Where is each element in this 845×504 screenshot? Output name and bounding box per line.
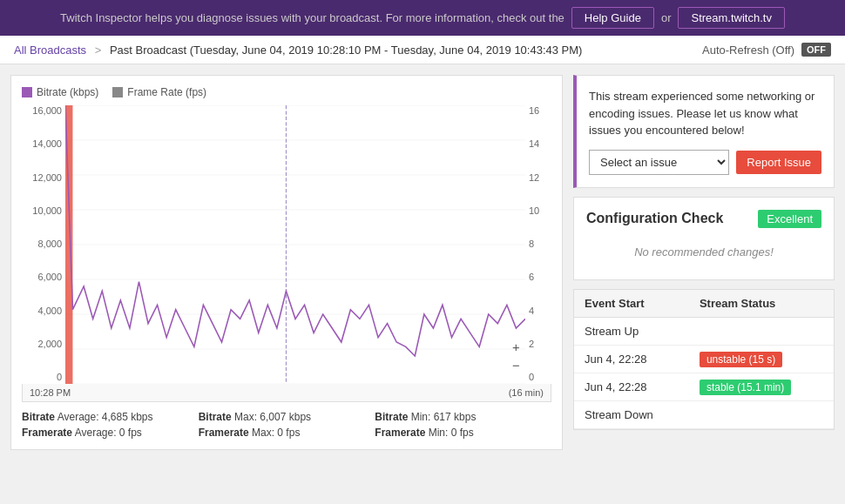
bitrate-legend-color [22, 87, 32, 97]
stream-status-cell: unstable (15 s) [689, 345, 834, 373]
banner-or: or [661, 11, 672, 24]
right-panel: This stream experienced some networking … [573, 75, 835, 450]
chart-legend: Bitrate (kbps) Frame Rate (fps) [22, 86, 551, 98]
help-guide-button[interactable]: Help Guide [571, 7, 654, 29]
top-banner: Twitch Inspector helps you diagnose issu… [0, 0, 845, 36]
svg-text:−: − [512, 359, 520, 373]
issue-select[interactable]: Select an issue Audio issues Video issue… [589, 150, 729, 175]
events-table-header-row: Event Start Stream Status [574, 290, 834, 318]
events-box: Event Start Stream Status Stream UpJun 4… [573, 289, 835, 430]
bitrate-max-stat: Bitrate Max: 6,007 kbps [199, 411, 375, 423]
status-badge: stable (15.1 min) [700, 380, 791, 395]
event-start-cell: Stream Down [574, 400, 689, 428]
event-start-cell: Stream Up [574, 317, 689, 345]
current-page-label: Past Broadcast (Tuesday, June 04, 2019 1… [110, 44, 582, 57]
main-content: Bitrate (kbps) Frame Rate (fps) 16,000 1… [0, 64, 845, 460]
y-axis-left: 16,000 14,000 12,000 10,000 8,000 6,000 … [22, 105, 65, 384]
svg-text:+: + [512, 340, 520, 354]
event-start-cell: Jun 4, 22:28 [574, 345, 689, 373]
breadcrumb-row: All Broadcasts > Past Broadcast (Tuesday… [0, 36, 845, 64]
chart-area: 16,000 14,000 12,000 10,000 8,000 6,000 … [22, 105, 551, 384]
stream-status-cell: stable (15.1 min) [689, 373, 834, 400]
framerate-max-stat: Framerate Max: 0 fps [199, 427, 375, 439]
auto-refresh-toggle[interactable]: OFF [801, 43, 831, 57]
framerate-min-stat: Framerate Min: 0 fps [375, 427, 551, 439]
framerate-avg-stat: Framerate Average: 0 fps [22, 427, 199, 439]
table-row: Stream Down [574, 400, 834, 428]
chart-stats: Bitrate Average: 4,685 kbps Bitrate Max:… [22, 411, 551, 439]
table-row: Jun 4, 22:28stable (15.1 min) [574, 373, 834, 400]
status-badge: unstable (15 s) [700, 352, 782, 367]
chart-time-bar: 10:28 PM (16 min) [22, 384, 551, 402]
bitrate-legend: Bitrate (kbps) [22, 86, 98, 98]
time-duration: (16 min) [509, 387, 544, 398]
config-header: Configuration Check Excellent [586, 210, 821, 228]
events-table: Event Start Stream Status Stream UpJun 4… [574, 290, 834, 429]
breadcrumb-separator: > [95, 44, 102, 57]
table-row: Jun 4, 22:28unstable (15 s) [574, 345, 834, 373]
chart-svg: + − [65, 105, 525, 384]
breadcrumb: All Broadcasts > Past Broadcast (Tuesday… [14, 44, 582, 57]
y-axis-right: 16 14 12 10 8 6 4 2 0 [525, 105, 551, 384]
bitrate-avg-stat: Bitrate Average: 4,685 kbps [22, 411, 199, 423]
bitrate-legend-label: Bitrate (kbps) [37, 86, 98, 98]
stream-tv-button[interactable]: Stream.twitch.tv [678, 7, 784, 29]
config-title: Configuration Check [586, 211, 723, 226]
config-badge: Excellent [758, 210, 821, 228]
banner-text: Twitch Inspector helps you diagnose issu… [60, 11, 564, 24]
bitrate-min-stat: Bitrate Min: 617 kbps [375, 411, 551, 423]
auto-refresh-control: Auto-Refresh (Off) OFF [702, 43, 831, 57]
chart-panel: Bitrate (kbps) Frame Rate (fps) 16,000 1… [10, 75, 563, 450]
auto-refresh-label: Auto-Refresh (Off) [702, 44, 794, 57]
col-event-start: Event Start [574, 290, 689, 318]
issue-controls: Select an issue Audio issues Video issue… [589, 150, 821, 175]
time-start: 10:28 PM [30, 387, 71, 398]
table-row: Stream Up [574, 317, 834, 345]
framerate-legend-color [112, 87, 123, 97]
config-box: Configuration Check Excellent No recomme… [573, 197, 835, 280]
issue-description: This stream experienced some networking … [589, 88, 821, 139]
stream-status-cell [689, 400, 834, 428]
issue-box: This stream experienced some networking … [573, 75, 835, 188]
col-stream-status: Stream Status [689, 290, 834, 318]
config-message: No recommended changes! [586, 237, 821, 267]
framerate-legend: Frame Rate (fps) [112, 86, 206, 98]
all-broadcasts-link[interactable]: All Broadcasts [14, 44, 86, 57]
framerate-legend-label: Frame Rate (fps) [127, 86, 206, 98]
event-start-cell: Jun 4, 22:28 [574, 373, 689, 400]
stream-status-cell [689, 317, 834, 345]
report-issue-button[interactable]: Report Issue [736, 151, 821, 174]
